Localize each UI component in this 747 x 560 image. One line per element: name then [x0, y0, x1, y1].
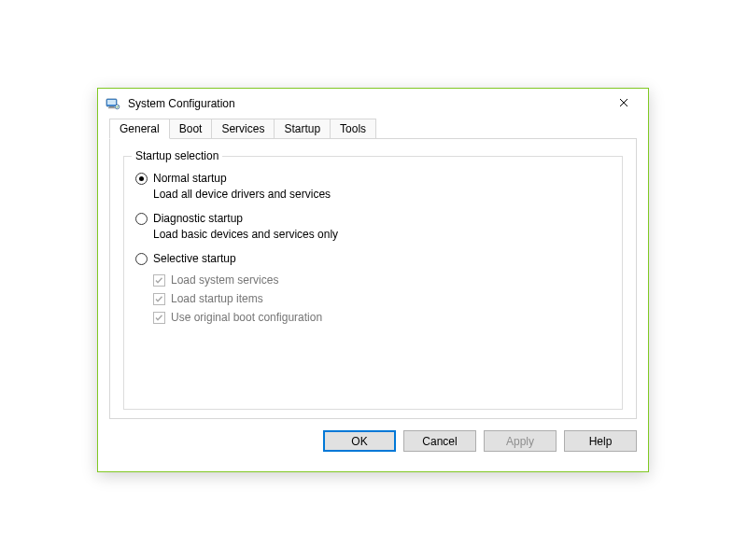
tab-panel-general: Startup selection Normal startup Load al… — [109, 139, 637, 419]
tab-strip: General Boot Services Startup Tools — [98, 119, 648, 139]
check-load-startup-items: Load startup items — [153, 292, 611, 305]
close-icon — [619, 97, 628, 110]
tab-startup[interactable]: Startup — [274, 119, 331, 139]
tab-general[interactable]: General — [109, 119, 170, 139]
tab-label: Boot — [179, 122, 203, 135]
check-label: Load startup items — [171, 292, 263, 305]
titlebar[interactable]: System Configuration — [98, 89, 648, 119]
radio-label: Diagnostic startup — [153, 212, 243, 225]
button-label: Apply — [506, 435, 534, 448]
checkbox-icon — [153, 293, 165, 305]
window-title: System Configuration — [128, 97, 605, 110]
check-use-original-boot-config: Use original boot configuration — [153, 311, 611, 324]
radio-icon — [135, 253, 148, 265]
button-label: OK — [351, 435, 367, 448]
tab-label: Tools — [340, 122, 366, 135]
button-label: Help — [589, 435, 613, 448]
radio-label: Selective startup — [153, 252, 236, 265]
close-button[interactable] — [605, 91, 642, 117]
tab-label: Startup — [284, 122, 320, 135]
radio-icon — [135, 213, 148, 225]
system-configuration-window: System Configuration General Boot Servic… — [97, 88, 649, 472]
radio-diagnostic-desc: Load basic devices and services only — [153, 228, 611, 241]
svg-rect-1 — [107, 100, 116, 105]
svg-rect-3 — [108, 107, 115, 108]
tab-tools[interactable]: Tools — [330, 119, 376, 139]
tab-label: Services — [221, 122, 264, 135]
radio-normal-desc: Load all device drivers and services — [153, 188, 611, 201]
button-label: Cancel — [422, 435, 457, 448]
checkbox-icon — [153, 274, 165, 287]
tab-boot[interactable]: Boot — [169, 119, 213, 139]
check-label: Use original boot configuration — [171, 311, 322, 324]
tab-label: General — [120, 122, 160, 135]
radio-selective-startup[interactable]: Selective startup — [135, 252, 611, 265]
radio-normal-startup[interactable]: Normal startup — [135, 172, 611, 185]
tab-services[interactable]: Services — [211, 119, 275, 139]
ok-button[interactable]: OK — [323, 430, 396, 452]
checkbox-icon — [153, 312, 165, 324]
group-legend: Startup selection — [132, 149, 222, 162]
radio-diagnostic-startup[interactable]: Diagnostic startup — [135, 212, 611, 225]
radio-icon — [135, 173, 148, 185]
app-icon — [106, 96, 120, 111]
svg-rect-2 — [109, 106, 114, 107]
check-label: Load system services — [171, 273, 278, 287]
apply-button[interactable]: Apply — [484, 430, 557, 452]
startup-selection-group: Startup selection Normal startup Load al… — [123, 156, 623, 410]
cancel-button[interactable]: Cancel — [403, 430, 476, 452]
radio-label: Normal startup — [153, 172, 227, 185]
dialog-button-row: OK Cancel Apply Help — [98, 430, 648, 463]
help-button[interactable]: Help — [564, 430, 637, 452]
check-load-system-services: Load system services — [153, 273, 611, 287]
